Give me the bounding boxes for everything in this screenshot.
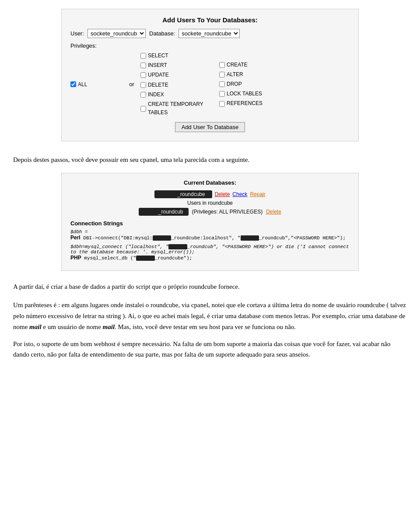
priv-col-2: CREATE ALTER DROP LOCK TABLES REFERENCES: [219, 61, 298, 108]
paragraph-1: Depois destes passos, você deve possuir …: [13, 154, 407, 165]
all-label: ALL: [78, 81, 87, 88]
checkbox-update[interactable]: [140, 72, 146, 78]
perl-label: Perl: [70, 235, 80, 241]
checkbox-drop[interactable]: [219, 81, 225, 87]
para3-after: . Mas, isto, você deve testar em seu hos…: [115, 323, 296, 330]
current-databases-title: Current Databases:: [70, 179, 350, 186]
php-var: $dbh=mysql_connect ("localhost", " _roun…: [70, 244, 349, 255]
php-label: PHP: [70, 255, 81, 261]
database-select[interactable]: sockete_roundcube: [178, 29, 240, 38]
db-name-block: _roundcube: [154, 190, 212, 198]
privileges-grid: ALL or SELECT INSERT UPDATE DELETE: [70, 52, 350, 117]
user-name-redacted: [144, 209, 158, 215]
checkbox-insert[interactable]: [140, 63, 146, 68]
checkbox-create-temp[interactable]: [140, 106, 146, 112]
priv-index: INDEX: [140, 91, 219, 99]
add-users-form-panel: Add Users To Your Databases: User: socke…: [61, 9, 359, 141]
db-name-redacted: [161, 191, 177, 197]
perl-block: $dbh = Perl DBI->connect("DBI:mysql: _ro…: [70, 229, 350, 241]
repair-link[interactable]: Repair: [250, 191, 265, 197]
priv-select: SELECT: [140, 52, 219, 60]
priv-alter: ALTER: [219, 70, 298, 79]
php-block: $dbh=mysql_connect ("localhost", " _roun…: [70, 244, 350, 261]
priv-drop: DROP: [219, 80, 298, 88]
checkbox-lock-tables[interactable]: [219, 91, 225, 97]
form-title: Add Users To Your Databases:: [70, 16, 350, 24]
php-select: mysql_select_db (" _roundcube");: [84, 256, 192, 261]
user-privileges: (Privileges: ALL PRIVILEGES): [192, 209, 263, 215]
priv-references: REFERENCES: [219, 99, 298, 108]
database-label: Database:: [149, 30, 175, 37]
add-button-row: Add User To Database: [70, 122, 350, 132]
db-row: _roundcube Delete Check Repair: [70, 190, 350, 198]
priv-update: UPDATE: [140, 71, 219, 79]
all-checkbox-row: ALL: [70, 81, 123, 88]
paragraph-3: Um parênteses é : em alguns lugares onde…: [13, 300, 407, 332]
paragraph-2: A partir daí, é criar a base de dados a …: [13, 281, 407, 292]
user-select[interactable]: sockete_roundcub: [88, 29, 146, 38]
priv-lock-tables: LOCK TABLES: [219, 90, 298, 98]
user-row: _roundcub (Privileges: ALL PRIVILEGES) D…: [70, 208, 350, 216]
priv-col-1: SELECT INSERT UPDATE DELETE INDEX CREATE…: [140, 52, 219, 117]
priv-create-temp: CREATE TEMPORARY TABLES: [140, 100, 219, 117]
check-link[interactable]: Check: [232, 191, 247, 197]
or-label: or: [123, 81, 140, 88]
delete-link[interactable]: Delete: [215, 191, 230, 197]
mail-1: mail: [29, 323, 42, 330]
checkbox-create[interactable]: [219, 62, 225, 68]
user-db-row: User: sockete_roundcub Database: sockete…: [70, 29, 350, 38]
all-checkbox[interactable]: [70, 81, 76, 87]
paragraph-4: Por isto, o suporte de um bom webhost é …: [13, 339, 407, 361]
users-in-label: Users in roundcube: [70, 200, 350, 206]
checkbox-index[interactable]: [140, 92, 146, 98]
checkbox-references[interactable]: [219, 101, 225, 107]
perl-code: DBI->connect("DBI:mysql: _roundcube:loca…: [83, 235, 346, 241]
user-label: User:: [70, 30, 84, 37]
user-name-block: _roundcub: [139, 208, 188, 216]
screenshot-panel: Current Databases: _roundcube Delete Che…: [61, 173, 359, 271]
user-delete-link[interactable]: Delete: [266, 209, 281, 215]
checkbox-delete[interactable]: [140, 82, 146, 88]
priv-create: CREATE: [219, 61, 298, 69]
priv-insert: INSERT: [140, 61, 219, 70]
connection-strings-title: Connection Strings: [70, 220, 350, 227]
checkbox-select[interactable]: [140, 53, 146, 59]
add-user-button[interactable]: Add User To Database: [175, 122, 245, 132]
para3-middle: e um usuário de nome: [42, 323, 103, 330]
mail-2: mail: [103, 323, 115, 330]
priv-delete: DELETE: [140, 81, 219, 89]
privileges-label: Privileges:: [70, 42, 350, 49]
checkbox-alter[interactable]: [219, 72, 225, 77]
perl-var: $dbh =: [70, 229, 88, 235]
